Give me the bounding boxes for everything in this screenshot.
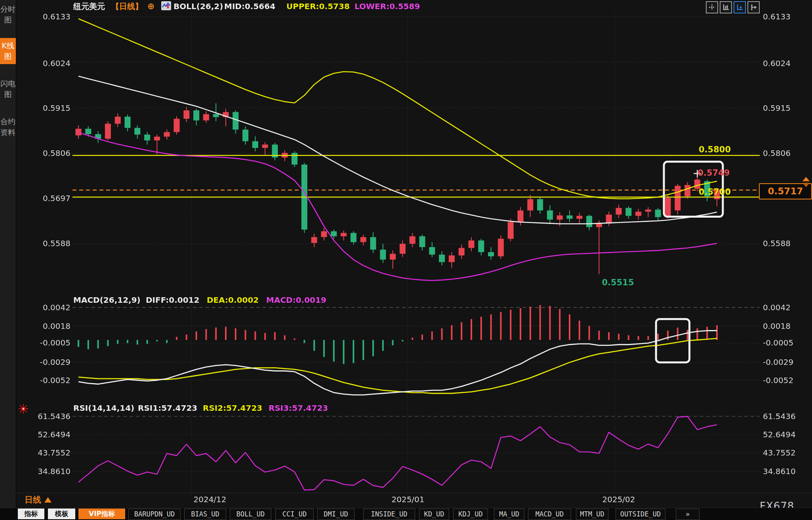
xaxis-month-label: 2024/12 [178,495,242,504]
rsi1-value: RSI1:57.4723 [138,403,197,413]
price-axis-right: 0.5915 [763,103,810,113]
rsi-title: RSI(14,14,14) [73,403,134,413]
timeframe-selector[interactable]: 日线 [25,494,51,505]
macd-axis-left: -0.0052 [16,376,71,385]
price-axis-left: 0.5806 [16,148,71,158]
price-axis-left: 0.6024 [16,59,71,68]
macd-title: MACD(26,12,9) [73,295,141,305]
kline-mini-icon [161,1,171,11]
macd-axis-left: 0.0018 [16,321,71,331]
price-axis-left: 0.5588 [16,239,71,248]
price-axis-right: 0.6133 [763,12,810,21]
rsi2-value: RSI2:57.4723 [203,403,262,413]
rsi-axis-right: 34.8610 [763,467,810,476]
macd-value: MACD:0.0019 [266,295,326,305]
pan-crosshair-icon[interactable] [706,1,718,13]
rsi-axis-right: 43.7552 [763,448,810,457]
rsi-axis-left: 43.7552 [16,448,71,457]
tab-bias-ud[interactable]: BIAS_UD [184,509,226,520]
price-down-arrow-icon[interactable] [802,183,810,187]
swing-low-label: 0.5515 [594,278,642,287]
tab-kd-ud[interactable]: KD_UD [419,509,449,520]
trading-app: { "app": { "watermark": "FX678" }, "side… [0,0,812,520]
rsi-axis-left: 34.8610 [16,467,71,476]
chart-toolbar [706,1,760,13]
price-axis-left: 0.5697 [16,194,71,203]
indicator-tabbar: 指标 模板 VIP指标 BARUPDN_UD BIAS_UD BOLL_UD C… [0,508,812,520]
rsi-axis-right: 61.5436 [763,412,810,421]
macd-axis-right: -0.0052 [763,376,810,385]
xaxis-separator [16,493,812,493]
tab-more[interactable]: » [676,509,700,520]
tab-boll-ud[interactable]: BOLL_UD [230,509,271,520]
chart-canvas[interactable] [0,0,812,520]
tab-cci-ud[interactable]: CCI_UD [275,509,314,520]
chevron-up-icon [44,497,51,503]
tab-template[interactable]: 模板 [48,509,75,519]
tab-ma-ud[interactable]: MA_UD [494,509,524,520]
resistance-level-label: 0.5800 [671,145,731,154]
sidebar: 分时图 K线图 闪电图 合约资料 [0,0,16,520]
period-label[interactable]: 【日线】 [111,2,143,11]
tab-outside-ud[interactable]: OUTSIDE_UD [616,509,665,520]
macd-dea-value: DEA:0.0002 [207,295,259,305]
sidebar-item-kline-chart[interactable]: K线图 [0,38,16,64]
macd-diff-value: DIFF:0.0012 [146,295,199,305]
rsi-axis-right: 52.6494 [763,430,810,439]
price-axis-right: 0.5588 [763,239,810,248]
swing-high-label: 0.5749 [690,168,738,178]
add-indicator-icon[interactable]: ⊕ [147,2,154,11]
price-axis-left: 0.5915 [16,103,71,113]
macd-axis-left: 0.0042 [16,303,71,312]
rsi3-value: RSI3:57.4723 [269,403,328,413]
price-axis-left: 0.6133 [16,12,71,21]
tab-macd-ud[interactable]: MACD_UD [528,509,571,520]
symbol-name: 纽元美元 [73,2,105,11]
price-axis-right: 0.5806 [763,148,810,158]
xaxis-month-label: 2025/01 [376,495,440,504]
tab-barupdn-ud[interactable]: BARUPDN_UD [128,509,181,520]
xaxis-month-label: 2025/02 [587,495,650,504]
macd-axis-right: 0.0042 [763,303,810,312]
tab-inside-ud[interactable]: INSIDE_UD [363,509,415,520]
tab-dmi-ud[interactable]: DMI_UD [317,509,355,520]
macd-axis-left: -0.0029 [16,357,71,367]
macd-axis-left: -0.0005 [16,338,71,347]
indicator-name: BOLL(26,2) [173,2,223,11]
boll-lower-value: LOWER:0.5589 [355,2,420,11]
boll-upper-value: UPPER:0.5738 [286,2,350,11]
sidebar-item-time-chart[interactable]: 分时图 [0,2,16,28]
price-axis-right: 0.6024 [763,59,810,68]
price-up-arrow-icon[interactable] [802,177,810,181]
macd-axis-right: -0.0029 [763,357,810,367]
axis-shift-icon[interactable] [747,1,760,13]
sidebar-item-contract-info[interactable]: 合约资料 [0,114,16,140]
tab-indicator[interactable]: 指标 [18,509,44,519]
macd-axis-right: -0.0005 [763,338,810,347]
tab-mtm-ud[interactable]: MTM_UD [576,509,608,520]
boll-mid-value: MID:0.5664 [224,2,275,11]
axis-candles-active-icon[interactable] [734,1,746,13]
tab-kdj-ud[interactable]: KDJ_UD [453,509,488,520]
tab-vip-indicator[interactable]: VIP指标 [78,509,125,519]
macd-axis-right: 0.0018 [763,321,810,331]
axis-candles-icon[interactable] [720,1,732,13]
rsi-axis-left: 61.5436 [16,412,71,421]
sidebar-item-lightning-chart[interactable]: 闪电图 [0,76,16,102]
support-level-label: 0.5700 [671,187,731,197]
rsi-axis-left: 52.6494 [16,430,71,439]
